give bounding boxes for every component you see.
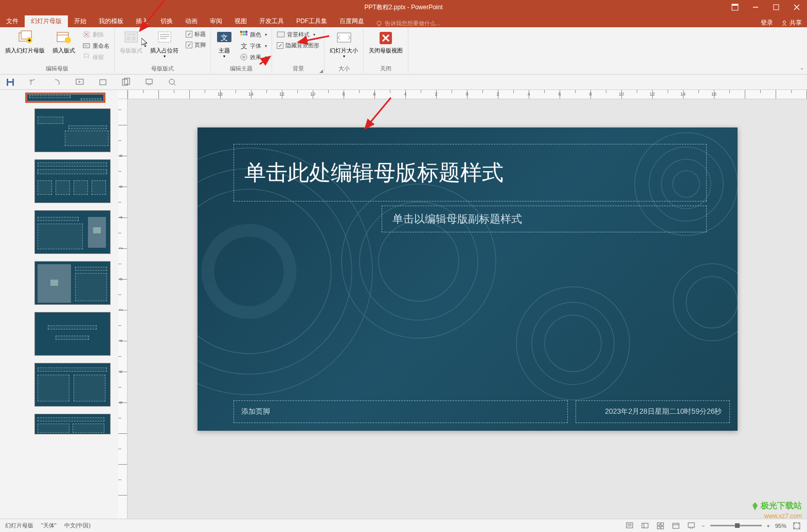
colors-button[interactable]: 颜色▾: [238, 29, 269, 40]
tab-baidu[interactable]: 百度网盘: [333, 15, 370, 27]
background-dialog-launcher[interactable]: ◢: [319, 68, 323, 74]
svg-text:文: 文: [221, 33, 228, 42]
footer-placeholder-text: 添加页脚: [241, 407, 270, 416]
redo-button[interactable]: [51, 77, 62, 87]
zoom-in-button[interactable]: +: [767, 523, 770, 529]
insert-slide-master-icon: ✦: [17, 30, 33, 46]
subtitle-placeholder-text: 单击以编辑母版副标题样式: [392, 212, 522, 226]
collapse-ribbon-button[interactable]: ⌃: [800, 67, 804, 73]
qat-button-2[interactable]: [121, 77, 131, 87]
quick-access-toolbar: [0, 75, 807, 90]
qat-button-3[interactable]: [144, 77, 154, 87]
zoom-level[interactable]: 95%: [775, 523, 786, 529]
tab-view[interactable]: 视图: [228, 15, 253, 27]
hide-bg-graphics-checkbox[interactable]: ✓ 隐藏背景图形: [275, 41, 321, 50]
svg-rect-82: [673, 523, 679, 528]
svg-rect-1: [732, 4, 738, 6]
share-button[interactable]: 共享: [781, 19, 802, 27]
login-link[interactable]: 登录: [761, 19, 773, 27]
zoom-slider[interactable]: [710, 525, 762, 526]
status-language[interactable]: 中文(中国): [64, 522, 91, 529]
close-master-view-button[interactable]: 关闭母版视图: [366, 28, 405, 56]
tab-slide-master[interactable]: 幻灯片母版: [25, 15, 68, 27]
rename-button[interactable]: 重命名: [80, 41, 112, 51]
qat-button-4[interactable]: [167, 77, 177, 87]
insert-placeholder-button[interactable]: 插入占位符 ▾: [148, 28, 181, 61]
tab-pdf-tools[interactable]: PDF工具集: [290, 15, 333, 27]
subtitle-placeholder[interactable]: 单击以编辑母版副标题样式: [382, 206, 707, 232]
rename-label: 重命名: [93, 42, 110, 50]
tab-insert[interactable]: 插入: [130, 15, 154, 27]
tab-my-templates[interactable]: 我的模板: [93, 15, 130, 27]
qat-button-1[interactable]: [98, 77, 108, 87]
svg-rect-36: [245, 33, 247, 35]
layout-thumbnail-6[interactable]: [6, 363, 112, 407]
tab-developer[interactable]: 开发工具: [253, 15, 290, 27]
qat-slideshow-button[interactable]: [75, 77, 85, 87]
layout-thumbnail-7[interactable]: [6, 414, 112, 434]
slide-sorter-view-button[interactable]: [655, 521, 666, 531]
maximize-button[interactable]: [766, 0, 786, 14]
ribbon-group-label-background: 背景: [275, 64, 321, 74]
tab-file[interactable]: 文件: [0, 15, 25, 27]
insert-layout-label: 插入版式: [52, 47, 75, 54]
ribbon-group-label-close: 关闭: [366, 64, 405, 74]
footer-placeholder[interactable]: 添加页脚: [234, 400, 568, 423]
master-thumbnail-selected[interactable]: [6, 94, 112, 101]
themes-button[interactable]: 文 主题 ▾: [213, 28, 235, 61]
tell-me-input[interactable]: 告诉我您想要做什么...: [375, 20, 440, 27]
effects-button[interactable]: 效果▾: [238, 52, 269, 62]
hide-bg-graphics-label: 隐藏背景图形: [285, 42, 319, 49]
fit-to-window-button[interactable]: [792, 521, 802, 531]
normal-view-button[interactable]: [640, 521, 650, 531]
date-placeholder[interactable]: 2023年2月28日星期二10时59分26秒: [576, 400, 730, 423]
layout-thumbnail-1[interactable]: [6, 108, 112, 152]
layout-thumbnail-3[interactable]: [6, 210, 112, 254]
ribbon-group-label-master-layout: 母版版式: [117, 64, 208, 74]
ribbon-group-edit-master: ✦ 插入幻灯片母版 插入版式 删除 重命名 保留: [0, 27, 115, 75]
reading-view-button[interactable]: [671, 521, 681, 531]
slide-size-icon: [336, 30, 352, 46]
svg-point-72: [686, 277, 738, 328]
themes-icon: 文: [216, 30, 232, 46]
title-bar: PPT教程2.pptx - PowerPoint: [0, 0, 807, 14]
slide-canvas[interactable]: 单击此处编辑母版标题样式 单击以编辑母版副标题样式 添加页脚 2023年2月28…: [198, 127, 738, 431]
slide-size-button[interactable]: 幻灯片大小 ▾: [327, 28, 361, 61]
tab-transitions[interactable]: 切换: [154, 15, 179, 27]
svg-rect-25: [158, 32, 171, 42]
fonts-button[interactable]: 文 字体▾: [238, 41, 269, 51]
layout-thumbnail-2[interactable]: [6, 159, 112, 203]
svg-point-65: [532, 302, 614, 384]
insert-slide-master-button[interactable]: ✦ 插入幻灯片母版: [3, 28, 47, 56]
tab-home[interactable]: 开始: [68, 15, 93, 27]
svg-rect-33: [245, 31, 247, 33]
vertical-ruler[interactable]: 864202468: [118, 99, 128, 519]
save-button[interactable]: [5, 77, 15, 87]
minimize-button[interactable]: [745, 0, 766, 14]
horizontal-ruler[interactable]: 1614121086420246810121416: [128, 90, 807, 99]
lightbulb-icon: [375, 20, 383, 27]
title-placeholder[interactable]: 单击此处编辑母版标题样式: [234, 144, 707, 201]
canvas-scroll[interactable]: 单击此处编辑母版标题样式 单击以编辑母版副标题样式 添加页脚 2023年2月28…: [128, 99, 807, 519]
mouse-cursor-icon: [141, 38, 149, 47]
close-button[interactable]: [786, 0, 807, 14]
status-bar: 幻灯片母版 "天体" 中文(中国) − + 95%: [0, 519, 807, 532]
footer-checkbox[interactable]: ✓ 页脚: [184, 40, 208, 50]
status-view-mode: 幻灯片母版: [5, 522, 33, 529]
background-styles-button[interactable]: 背景样式▾: [275, 29, 321, 40]
tab-review[interactable]: 审阅: [204, 15, 228, 27]
svg-point-15: [65, 37, 71, 43]
notes-toggle-button[interactable]: [624, 521, 635, 531]
tab-animations[interactable]: 动画: [179, 15, 204, 27]
layout-thumbnail-5[interactable]: [6, 312, 112, 356]
undo-button[interactable]: [28, 77, 39, 87]
title-checkbox[interactable]: ✓ 标题: [184, 29, 208, 39]
ribbon-group-edit-theme: 文 主题 ▾ 颜色▾ 文 字体▾ 效果▾ 编辑主题: [211, 27, 272, 75]
thumbnail-panel[interactable]: [0, 90, 118, 519]
preserve-label: 保留: [93, 53, 104, 61]
ribbon-display-options-button[interactable]: [725, 0, 745, 14]
insert-layout-button[interactable]: 插入版式: [50, 28, 78, 56]
zoom-out-button[interactable]: −: [702, 523, 705, 529]
layout-thumbnail-4[interactable]: [6, 261, 112, 305]
slideshow-view-button[interactable]: [686, 521, 696, 531]
